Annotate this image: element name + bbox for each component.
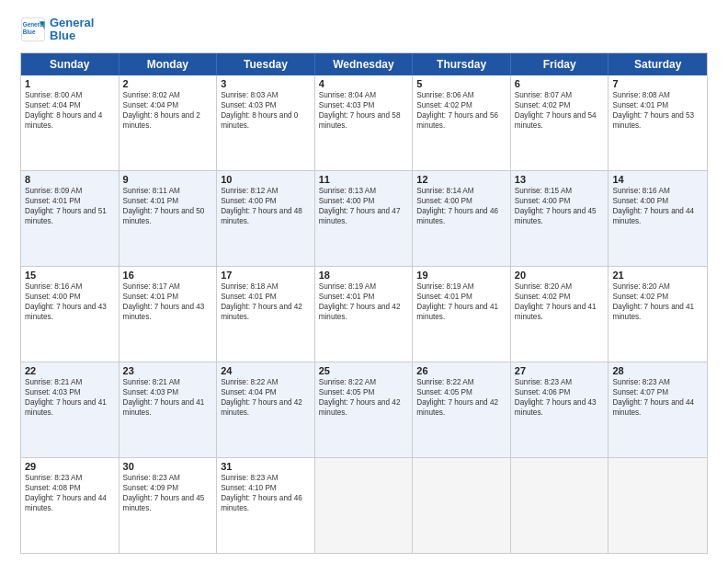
day-number: 20 [515,270,605,281]
day-detail: Sunrise: 8:20 AMSunset: 4:02 PMDaylight:… [515,282,597,321]
day-detail: Sunrise: 8:06 AMSunset: 4:02 PMDaylight:… [416,91,498,130]
weekday-wednesday: Wednesday [315,53,414,75]
day-number: 23 [123,365,213,376]
day-detail: Sunrise: 8:08 AMSunset: 4:01 PMDaylight:… [612,91,694,130]
day-detail: Sunrise: 8:20 AMSunset: 4:02 PMDaylight:… [612,282,694,321]
day-number: 24 [221,365,311,376]
day-number: 22 [25,365,115,376]
day-detail: Sunrise: 8:03 AMSunset: 4:03 PMDaylight:… [221,91,298,130]
calendar-day-20: 20 Sunrise: 8:20 AMSunset: 4:02 PMDaylig… [511,267,609,362]
day-number: 31 [221,461,311,472]
day-detail: Sunrise: 8:00 AMSunset: 4:04 PMDaylight:… [25,91,102,130]
day-detail: Sunrise: 8:02 AMSunset: 4:04 PMDaylight:… [123,91,200,130]
calendar-day-1: 1 Sunrise: 8:00 AMSunset: 4:04 PMDayligh… [21,75,119,170]
day-detail: Sunrise: 8:19 AMSunset: 4:01 PMDaylight:… [319,282,401,321]
day-detail: Sunrise: 8:16 AMSunset: 4:00 PMDaylight:… [612,187,694,225]
logo-icon: General Blue [20,17,46,42]
day-number: 10 [221,174,311,185]
day-number: 17 [221,270,311,281]
day-detail: Sunrise: 8:16 AMSunset: 4:00 PMDaylight:… [25,282,107,321]
day-number: 14 [612,174,703,185]
day-detail: Sunrise: 8:17 AMSunset: 4:01 PMDaylight:… [123,282,205,321]
calendar-day-7: 7 Sunrise: 8:08 AMSunset: 4:01 PMDayligh… [609,75,707,170]
calendar-day-15: 15 Sunrise: 8:16 AMSunset: 4:00 PMDaylig… [21,267,119,362]
day-number: 16 [123,270,213,281]
day-number: 4 [319,78,409,89]
calendar-day-10: 10 Sunrise: 8:12 AMSunset: 4:00 PMDaylig… [217,171,315,266]
calendar-day-24: 24 Sunrise: 8:22 AMSunset: 4:04 PMDaylig… [217,362,315,457]
calendar-day-16: 16 Sunrise: 8:17 AMSunset: 4:01 PMDaylig… [119,267,218,362]
calendar-day-17: 17 Sunrise: 8:18 AMSunset: 4:01 PMDaylig… [217,267,315,362]
day-number: 28 [612,365,703,376]
calendar-day-18: 18 Sunrise: 8:19 AMSunset: 4:01 PMDaylig… [315,267,414,362]
day-detail: Sunrise: 8:18 AMSunset: 4:01 PMDaylight:… [221,282,302,321]
day-number: 26 [416,365,506,376]
calendar-empty-cell [511,458,609,553]
day-detail: Sunrise: 8:23 AMSunset: 4:06 PMDaylight:… [515,378,597,417]
calendar-row-3: 15 Sunrise: 8:16 AMSunset: 4:00 PMDaylig… [21,266,707,362]
day-detail: Sunrise: 8:04 AMSunset: 4:03 PMDaylight:… [319,91,401,130]
weekday-tuesday: Tuesday [217,53,315,75]
day-detail: Sunrise: 8:22 AMSunset: 4:05 PMDaylight:… [416,378,498,417]
day-number: 29 [25,461,115,472]
calendar-day-27: 27 Sunrise: 8:23 AMSunset: 4:06 PMDaylig… [511,362,609,457]
svg-text:Blue: Blue [23,29,36,35]
day-number: 3 [221,78,311,89]
day-number: 5 [416,78,506,89]
day-number: 15 [25,270,115,281]
day-detail: Sunrise: 8:21 AMSunset: 4:03 PMDaylight:… [123,378,205,417]
day-detail: Sunrise: 8:22 AMSunset: 4:04 PMDaylight:… [221,378,302,417]
day-detail: Sunrise: 8:15 AMSunset: 4:00 PMDaylight:… [515,187,597,225]
calendar-row-5: 29 Sunrise: 8:23 AMSunset: 4:08 PMDaylig… [21,457,707,553]
logo-blue: Blue [50,29,94,42]
day-detail: Sunrise: 8:12 AMSunset: 4:00 PMDaylight:… [221,187,302,225]
calendar-day-8: 8 Sunrise: 8:09 AMSunset: 4:01 PMDayligh… [21,171,119,266]
calendar-day-28: 28 Sunrise: 8:23 AMSunset: 4:07 PMDaylig… [609,362,707,457]
weekday-thursday: Thursday [413,53,511,75]
day-detail: Sunrise: 8:23 AMSunset: 4:10 PMDaylight:… [221,474,302,512]
calendar: Sunday Monday Tuesday Wednesday Thursday… [20,52,708,554]
day-number: 27 [515,365,605,376]
calendar-empty-cell [609,458,707,553]
calendar-day-14: 14 Sunrise: 8:16 AMSunset: 4:00 PMDaylig… [609,171,707,266]
calendar-day-9: 9 Sunrise: 8:11 AMSunset: 4:01 PMDayligh… [119,171,218,266]
day-number: 25 [319,365,409,376]
day-detail: Sunrise: 8:23 AMSunset: 4:09 PMDaylight:… [123,474,205,512]
calendar-day-22: 22 Sunrise: 8:21 AMSunset: 4:03 PMDaylig… [21,362,119,457]
calendar-row-2: 8 Sunrise: 8:09 AMSunset: 4:01 PMDayligh… [21,170,707,266]
day-number: 9 [123,174,213,185]
calendar-body: 1 Sunrise: 8:00 AMSunset: 4:04 PMDayligh… [21,75,707,553]
calendar-day-25: 25 Sunrise: 8:22 AMSunset: 4:05 PMDaylig… [315,362,414,457]
calendar-day-26: 26 Sunrise: 8:22 AMSunset: 4:05 PMDaylig… [413,362,511,457]
calendar-day-21: 21 Sunrise: 8:20 AMSunset: 4:02 PMDaylig… [609,267,707,362]
calendar-day-31: 31 Sunrise: 8:23 AMSunset: 4:10 PMDaylig… [217,458,315,553]
day-number: 12 [416,174,506,185]
calendar-day-2: 2 Sunrise: 8:02 AMSunset: 4:04 PMDayligh… [119,75,218,170]
day-number: 13 [515,174,605,185]
calendar-day-11: 11 Sunrise: 8:13 AMSunset: 4:00 PMDaylig… [315,171,414,266]
calendar-day-30: 30 Sunrise: 8:23 AMSunset: 4:09 PMDaylig… [119,458,218,553]
day-number: 1 [25,78,115,89]
day-detail: Sunrise: 8:22 AMSunset: 4:05 PMDaylight:… [319,378,401,417]
day-detail: Sunrise: 8:13 AMSunset: 4:00 PMDaylight:… [319,187,401,225]
day-number: 7 [612,78,703,89]
day-detail: Sunrise: 8:14 AMSunset: 4:00 PMDaylight:… [416,187,498,225]
day-number: 2 [123,78,213,89]
calendar-empty-cell [315,458,414,553]
day-number: 11 [319,174,409,185]
day-number: 8 [25,174,115,185]
weekday-friday: Friday [511,53,609,75]
calendar-empty-cell [413,458,511,553]
calendar-header: Sunday Monday Tuesday Wednesday Thursday… [21,53,707,75]
calendar-row-1: 1 Sunrise: 8:00 AMSunset: 4:04 PMDayligh… [21,75,707,170]
day-number: 30 [123,461,213,472]
day-detail: Sunrise: 8:07 AMSunset: 4:02 PMDaylight:… [515,91,597,130]
day-detail: Sunrise: 8:19 AMSunset: 4:01 PMDaylight:… [416,282,498,321]
calendar-day-12: 12 Sunrise: 8:14 AMSunset: 4:00 PMDaylig… [413,171,511,266]
calendar-day-4: 4 Sunrise: 8:04 AMSunset: 4:03 PMDayligh… [315,75,414,170]
logo: General Blue General Blue [20,17,94,43]
day-detail: Sunrise: 8:11 AMSunset: 4:01 PMDaylight:… [123,187,205,225]
day-number: 6 [515,78,605,89]
day-detail: Sunrise: 8:09 AMSunset: 4:01 PMDaylight:… [25,187,107,225]
day-detail: Sunrise: 8:23 AMSunset: 4:07 PMDaylight:… [612,378,694,417]
